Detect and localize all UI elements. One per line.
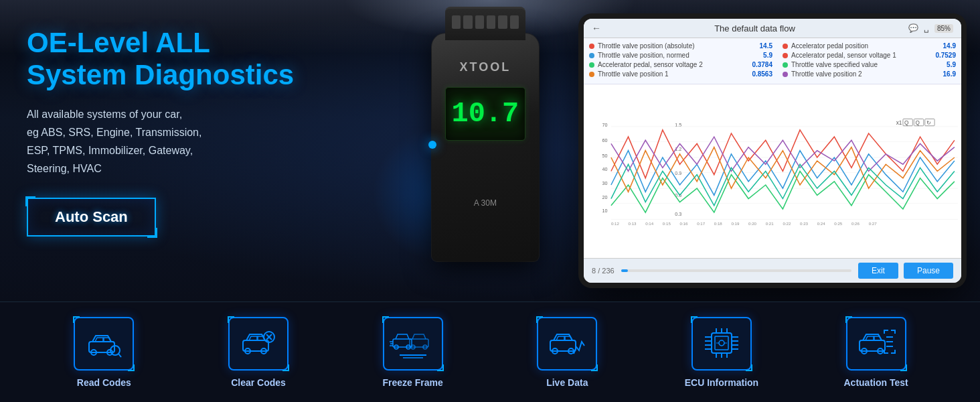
svg-text:0:25: 0:25: [834, 221, 843, 226]
color-indicator-4: [589, 72, 594, 77]
value-3: 0.3784: [739, 61, 772, 68]
device-screen: 10.7: [445, 87, 525, 141]
tablet-screen: ← The default data flow 💬 ␣ 85%: [584, 19, 961, 283]
status-led: [428, 141, 436, 149]
left-cell-3: Accelerator pedal, sensor voltage 2 0.37…: [589, 61, 772, 68]
label-r1: Accelerator pedal position: [791, 42, 922, 50]
svg-text:0:13: 0:13: [629, 221, 637, 226]
svg-text:0.3: 0.3: [675, 212, 681, 217]
svg-text:20: 20: [602, 195, 608, 200]
bluetooth-icon: ␣: [924, 23, 929, 33]
svg-text:0:12: 0:12: [611, 221, 620, 226]
chat-icon[interactable]: 💬: [908, 23, 918, 33]
tablet-header-icons: 💬 ␣ 85%: [908, 23, 953, 33]
svg-text:0:14: 0:14: [645, 221, 654, 226]
tablet-body: ← The default data flow 💬 ␣ 85%: [578, 13, 967, 288]
svg-text:0:20: 0:20: [748, 221, 757, 226]
svg-line-46: [118, 354, 121, 357]
feature-clear-codes: Clear Codes: [205, 317, 312, 388]
value-r4: 16.9: [922, 70, 956, 78]
svg-text:30: 30: [602, 181, 608, 186]
features-section: Read Codes: [0, 302, 980, 402]
left-cell-4: Throttle valve position 1 0.8563: [589, 70, 772, 78]
live-data-label: Live Data: [546, 377, 588, 388]
right-cell-3: Throttle valve specified value 5.9: [772, 61, 956, 68]
freeze-frame-icon-box[interactable]: [383, 317, 443, 371]
svg-text:0.9: 0.9: [675, 171, 681, 176]
freeze-frame-label: Freeze Frame: [383, 377, 443, 388]
ecu-info-label: ECU Information: [685, 377, 758, 388]
live-data-icon: [547, 327, 587, 360]
description: All available systems of your car, eg AB…: [27, 105, 308, 178]
tablet-footer: 8 / 236 Exit Pause: [584, 258, 961, 283]
clear-codes-icon-box[interactable]: [228, 317, 289, 371]
data-row-1: Throttle valve position (absolute) 14.5 …: [589, 42, 956, 50]
device-body: XTOOL 10.7 A 30M: [432, 34, 539, 261]
clear-codes-label: Clear Codes: [231, 377, 286, 388]
svg-text:0:17: 0:17: [697, 221, 706, 226]
svg-rect-64: [550, 340, 576, 351]
pin-1: [452, 15, 461, 29]
value-2: 5.9: [739, 52, 772, 59]
value-4: 0.8563: [739, 70, 772, 78]
svg-text:0:18: 0:18: [714, 221, 723, 226]
read-codes-icon-box[interactable]: [74, 317, 134, 371]
svg-text:0:27: 0:27: [869, 221, 878, 226]
pause-button[interactable]: Pause: [904, 263, 953, 279]
label-3: Accelerator pedal, sensor voltage 2: [598, 61, 739, 68]
freeze-frame-icon: [390, 327, 436, 360]
live-data-icon-box[interactable]: [537, 317, 597, 371]
label-1: Throttle valve position (absolute): [598, 42, 739, 50]
label-2: Throttle valve position, normed: [598, 52, 739, 59]
tablet-header: ← The default data flow 💬 ␣ 85%: [584, 19, 961, 38]
pin-3: [475, 15, 484, 29]
data-table: Throttle valve position (absolute) 14.5 …: [584, 38, 961, 84]
color-indicator-1: [589, 44, 594, 49]
svg-text:0:22: 0:22: [783, 221, 791, 226]
label-r3: Throttle valve specified value: [791, 61, 922, 68]
main-container: OE-Level ALL System Diagnostics All avai…: [0, 0, 980, 402]
battery-status: 85%: [934, 24, 953, 33]
svg-text:0:23: 0:23: [800, 221, 809, 226]
actuation-test-icon: [856, 327, 896, 360]
right-cell-2: Accelerator pedal, sensor voltage 1 0.75…: [772, 52, 956, 59]
device-connector: [445, 7, 525, 40]
svg-text:60: 60: [602, 138, 608, 143]
svg-text:0:24: 0:24: [817, 221, 826, 226]
data-row-4: Throttle valve position 1 0.8563 Throttl…: [589, 70, 956, 78]
pin-6: [510, 15, 519, 29]
svg-text:0:19: 0:19: [731, 221, 740, 226]
obd-device: XTOOL 10.7 A 30M: [412, 20, 559, 275]
value-1: 14.5: [739, 42, 772, 50]
svg-rect-47: [243, 340, 268, 351]
back-button[interactable]: ←: [592, 23, 601, 34]
tablet-title: The default data flow: [601, 23, 908, 34]
left-cell-1: Throttle valve position (absolute) 14.5: [589, 42, 772, 50]
exit-button[interactable]: Exit: [858, 263, 898, 279]
right-cell-1: Accelerator pedal position 14.9: [772, 42, 956, 50]
svg-text:↻: ↻: [926, 120, 931, 126]
svg-text:Q: Q: [915, 120, 919, 126]
color-indicator-r3: [783, 62, 788, 68]
svg-rect-86: [860, 340, 885, 351]
svg-point-83: [719, 340, 724, 346]
ecu-info-icon-box[interactable]: [691, 317, 752, 371]
svg-text:50: 50: [602, 153, 608, 159]
svg-text:Q: Q: [904, 120, 908, 126]
feature-live-data: Live Data: [513, 317, 621, 388]
connector-pins: [448, 15, 522, 29]
main-title: OE-Level ALL System Diagnostics: [27, 27, 308, 92]
actuation-test-icon-box[interactable]: [846, 317, 906, 371]
left-cell-2: Throttle valve position, normed 5.9: [589, 52, 772, 59]
color-indicator-2: [589, 53, 594, 58]
read-codes-label: Read Codes: [77, 377, 131, 388]
device-model-label: A 30M: [432, 198, 539, 208]
auto-scan-button[interactable]: Auto Scan: [27, 198, 156, 237]
label-4: Throttle valve position 1: [598, 70, 739, 78]
data-row-2: Throttle valve position, normed 5.9 Acce…: [589, 52, 956, 59]
page-counter: 8 / 236: [592, 267, 615, 275]
color-indicator-3: [589, 62, 594, 68]
data-chart: 70 60 50 40 30 20 10 1.5 1.2 0.9 0.6: [587, 88, 958, 255]
svg-rect-56: [410, 339, 428, 347]
tablet-display: ← The default data flow 💬 ␣ 85%: [578, 13, 967, 288]
